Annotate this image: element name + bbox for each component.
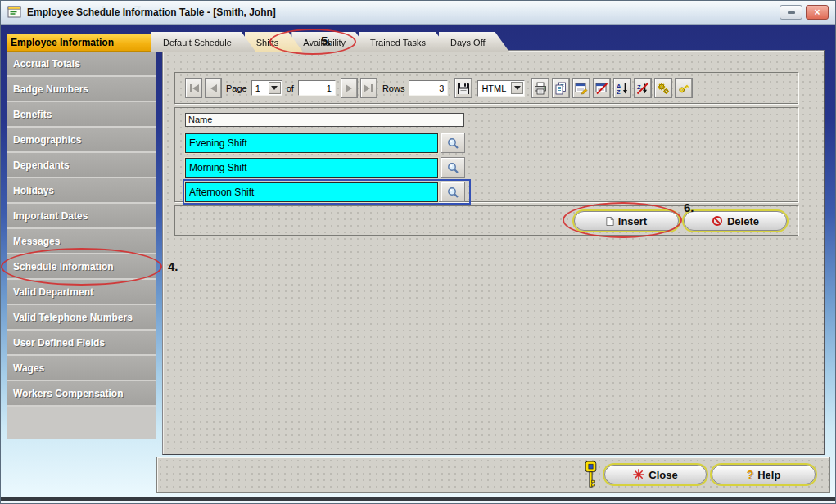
save-icon (457, 82, 470, 95)
settings-button[interactable] (654, 78, 672, 98)
sidebar-item[interactable]: Dependants (7, 153, 156, 177)
customize-view-button[interactable] (572, 78, 590, 98)
footer-bar: Close ? Help (156, 457, 830, 493)
magnifier-icon (446, 137, 459, 150)
actions-panel: Insert Delete (174, 205, 798, 236)
annotation-label-step4: 4. (168, 259, 178, 273)
sort-ascending-icon: AZ (616, 82, 629, 95)
last-page-button[interactable] (360, 78, 377, 98)
sidebar-item[interactable]: Wages (7, 356, 156, 380)
next-page-button[interactable] (341, 78, 358, 98)
tab-strip: Default Schedule Shifts Availability Tra… (163, 32, 510, 52)
key-button[interactable] (675, 78, 693, 98)
page-select[interactable]: 1 (251, 80, 282, 96)
sidebar-item[interactable]: Schedule Information (7, 254, 156, 278)
sidebar-item[interactable]: Badge Numbers (7, 77, 156, 101)
sidebar-item[interactable]: Valid Department (7, 280, 156, 304)
page-label: Page (226, 83, 247, 93)
shift-name-input[interactable] (185, 133, 438, 153)
lookup-button[interactable] (441, 157, 465, 178)
window-body: Employee Information Accrual Totals Badg… (1, 25, 835, 497)
svg-text:Z: Z (617, 88, 621, 95)
app-icon (7, 6, 22, 19)
sidebar-item[interactable]: Holidays (7, 178, 156, 202)
column-header-name: Name (185, 113, 464, 127)
customize-view-icon (575, 82, 588, 95)
sidebar-item[interactable]: User Defined Fields (7, 331, 156, 354)
copy-icon (554, 82, 567, 95)
remove-sort-icon: Z (636, 82, 649, 95)
document-icon (606, 216, 614, 227)
titlebar-watermark: A Z (99, 2, 153, 16)
table-row (185, 157, 468, 178)
close-button[interactable]: Close (604, 465, 707, 484)
print-button[interactable] (531, 78, 549, 98)
of-label: of (287, 83, 294, 93)
print-icon (534, 82, 547, 95)
first-page-button[interactable] (185, 78, 202, 98)
annotation-label-step6: 6. (684, 200, 694, 214)
table-row (185, 182, 468, 202)
last-page-icon (364, 84, 370, 92)
magnifier-icon (446, 161, 459, 174)
rows-input[interactable] (409, 80, 448, 96)
settings-gears-icon (657, 82, 670, 95)
help-button[interactable]: ? Help (712, 465, 816, 484)
sidebar-item[interactable]: Valid Telephone Numbers (7, 305, 156, 329)
app-window: Employee Schedule Information Table - [S… (0, 0, 836, 504)
shift-name-input[interactable] (185, 158, 438, 178)
sidebar-item[interactable]: Messages (7, 229, 156, 253)
total-pages-input[interactable] (298, 80, 336, 96)
page-select-value: 1 (252, 83, 268, 93)
sidebar-item[interactable]: Important Dates (7, 204, 156, 227)
shift-name-input[interactable] (185, 182, 438, 202)
next-page-icon (346, 84, 352, 92)
dropdown-arrow-icon[interactable] (269, 82, 281, 94)
close-window-button[interactable]: × (806, 5, 829, 20)
window-bottom-frame (1, 501, 835, 504)
remove-sort-button[interactable]: Z (634, 78, 652, 98)
format-select-value: HTML (478, 83, 510, 93)
lookup-button[interactable] (441, 182, 465, 202)
question-icon: ? (747, 468, 754, 481)
toolbar-panel: Page 1 of Rows HTML (174, 72, 798, 104)
format-select[interactable]: HTML (477, 80, 525, 97)
close-icon: × (814, 7, 820, 17)
sidebar-item[interactable]: Demographics (7, 128, 156, 151)
tab[interactable]: Trained Tasks (359, 32, 450, 52)
prev-page-icon (210, 84, 217, 92)
key-icon (677, 82, 690, 95)
sidebar-filler (7, 407, 156, 439)
sort-ascending-button[interactable]: AZ (613, 78, 631, 98)
remove-view-icon (595, 82, 608, 95)
shifts-table (185, 128, 468, 202)
permissions-key-icon (583, 461, 599, 488)
delete-button[interactable]: Delete (684, 211, 787, 231)
insert-button[interactable]: Insert (574, 211, 679, 231)
magnifier-icon (446, 186, 459, 199)
annotation-label-step5: 5. (321, 34, 332, 47)
sidebar-item[interactable]: Accrual Totals (7, 52, 156, 75)
minimize-icon (788, 11, 795, 14)
save-button[interactable] (454, 78, 472, 98)
minimize-button[interactable] (780, 5, 802, 20)
sidebar-item[interactable]: Workers Compensation (7, 381, 156, 405)
tab-page-shifts: Page 1 of Rows HTML (162, 50, 825, 455)
copy-button[interactable] (552, 78, 570, 98)
sidebar-item-list: Accrual Totals Badge Numbers Benefits De… (7, 52, 156, 405)
shifts-table-panel: Name (174, 107, 798, 202)
tab[interactable]: Default Schedule (151, 32, 256, 52)
sidebar-header: Employee Information (7, 34, 156, 52)
no-sign-icon (712, 215, 723, 227)
remove-view-button[interactable] (593, 78, 611, 98)
tab[interactable]: Days Off (439, 32, 510, 52)
sidebar-item[interactable]: Benefits (7, 102, 156, 126)
first-page-icon (190, 84, 192, 92)
lookup-button[interactable] (441, 133, 465, 153)
dropdown-arrow-icon[interactable] (511, 82, 523, 94)
prev-page-button[interactable] (205, 78, 222, 98)
sidebar: Employee Information Accrual Totals Badg… (7, 34, 156, 439)
table-row (185, 133, 468, 153)
starburst-icon (633, 469, 644, 480)
titlebar: Employee Schedule Information Table - [S… (1, 1, 835, 25)
